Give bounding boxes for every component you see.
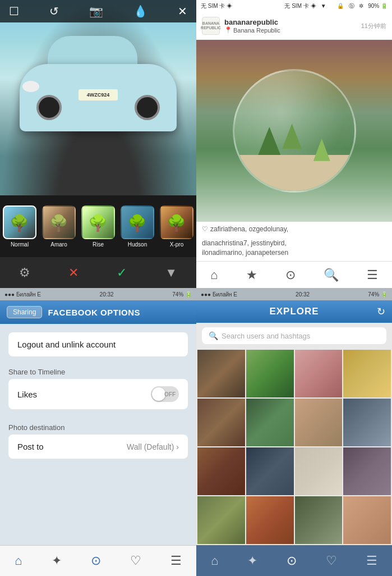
fb-nav-menu[interactable]: ☰ — [170, 554, 182, 568]
grid-item-11[interactable] — [295, 447, 343, 495]
terrarium-visual — [196, 40, 392, 222]
filter-xpro[interactable]: 🌳 X-pro — [157, 205, 196, 248]
editor-bottombar: ⚙ ✕ ✓ ▼ — [0, 257, 196, 288]
grid-item-10[interactable] — [246, 447, 294, 495]
fb-post-to-value: Wall (Default) › — [127, 442, 179, 451]
fb-post-to-row[interactable]: Post to Wall (Default) › — [8, 435, 188, 459]
search-icon: 🔍 — [209, 331, 218, 340]
heart-icon[interactable]: ♡ — [202, 225, 208, 233]
camera-icon[interactable]: 📷 — [89, 4, 103, 18]
fb-status-left: ●●● Билайн E — [4, 291, 41, 298]
fb-photo-dest-section: Photo destination Post to Wall (Default)… — [0, 418, 196, 467]
grid-item-14[interactable] — [246, 496, 294, 544]
car-wheel-right — [135, 95, 160, 120]
fb-nav-camera[interactable]: ⊙ — [91, 554, 101, 568]
close-icon[interactable]: ✕ — [178, 4, 187, 18]
grid-item-15[interactable] — [295, 496, 343, 544]
fb-nav-heart[interactable]: ♡ — [130, 554, 141, 568]
ig-nav-star[interactable]: ★ — [246, 268, 257, 282]
grid-item-9[interactable] — [197, 447, 245, 495]
photo-editor-panel: ☐ ↺ 📷 💧 ✕ 4WZC924 🌳 Normal — [0, 0, 196, 288]
filter-normal[interactable]: 🌳 Normal — [0, 205, 39, 248]
fb-nav-home[interactable]: ⌂ — [15, 554, 22, 568]
fb-share-section-label: Share to Timeline — [8, 368, 188, 376]
post-time: 11分钟前 — [361, 22, 386, 30]
explore-title: EXPLORE — [269, 306, 319, 317]
likes-toggle[interactable]: OFF — [151, 386, 179, 402]
ig-nav-search[interactable]: 🔍 — [324, 268, 339, 282]
ex-nav-heart[interactable]: ♡ — [326, 554, 337, 568]
filter-rise[interactable]: 🌳 Rise — [79, 205, 118, 248]
ex-nav-camera[interactable]: ⊙ — [287, 554, 297, 568]
search-box[interactable]: 🔍 Search users and hashtags — [202, 327, 386, 344]
glass-bowl — [233, 69, 356, 193]
filter-label-normal: Normal — [11, 241, 29, 248]
fb-logout-group: Logout and unlink account — [8, 332, 188, 356]
fb-navbar: ⌂ ✦ ⊙ ♡ ☰ — [0, 545, 196, 576]
settings-icon[interactable]: ⚙ — [19, 266, 30, 280]
grid-item-4[interactable] — [343, 350, 391, 397]
grid-item-13[interactable] — [197, 496, 245, 544]
post-username[interactable]: bananarepublic — [224, 18, 357, 26]
fb-logout-row[interactable]: Logout and unlink account — [8, 332, 188, 356]
fb-photo-dest-label: Photo destination — [8, 423, 188, 432]
dropdown-icon[interactable]: ▼ — [165, 266, 177, 280]
grid-item-2[interactable] — [246, 350, 294, 397]
ex-nav-menu[interactable]: ☰ — [366, 554, 377, 568]
fb-nav-star[interactable]: ✦ — [52, 554, 62, 568]
fb-post-group: Post to Wall (Default) › — [8, 435, 188, 459]
explore-panel: ●●● Билайн E 20:32 74% 🔋 EXPLORE ↻ 🔍 Sea… — [196, 288, 392, 576]
grid-item-6[interactable] — [246, 399, 294, 446]
refresh-icon[interactable]: ↻ — [377, 305, 385, 318]
car-background: 4WZC924 — [0, 0, 196, 195]
ex-status-time: 20:32 — [296, 291, 310, 298]
grid-item-3[interactable] — [295, 350, 343, 397]
filter-label-rise: Rise — [93, 241, 104, 248]
filter-thumb-xpro: 🌳 — [160, 205, 193, 239]
plant-3 — [313, 139, 330, 161]
fb-post-to-label: Post to — [17, 442, 44, 451]
filter-hudson[interactable]: 🌳 Hudson — [118, 205, 157, 248]
car-plate: 4WZC924 — [79, 89, 118, 100]
fb-title: FACEBOOK OPTIONS — [48, 308, 140, 317]
fb-logout-section: Logout and unlink account — [0, 324, 196, 368]
ex-nav-home[interactable]: ⌂ — [211, 554, 218, 568]
grid-item-5[interactable] — [197, 399, 245, 446]
chevron-right-icon: › — [176, 442, 179, 451]
explore-header: EXPLORE ↻ — [196, 300, 392, 323]
fb-likes-row[interactable]: Likes OFF — [8, 379, 188, 409]
ig-nav-home[interactable]: ⌂ — [210, 268, 218, 282]
car-headlight — [22, 81, 39, 92]
toggle-knob — [152, 387, 165, 401]
ex-status-left: ●●● Билайн E — [201, 291, 237, 298]
ex-status-right: 74% 🔋 — [368, 291, 388, 298]
rotate-icon[interactable]: ↺ — [49, 4, 59, 18]
confirm-button[interactable]: ✓ — [117, 266, 127, 280]
fb-sharing-section: Share to Timeline Likes OFF — [0, 368, 196, 418]
filter-amaro[interactable]: 🌳 Amaro — [39, 205, 79, 248]
filter-thumb-rise: 🌳 — [81, 205, 115, 239]
ig-nav-menu[interactable]: ☰ — [367, 268, 378, 282]
ex-nav-star[interactable]: ✦ — [247, 554, 257, 568]
search-placeholder-text: Search users and hashtags — [222, 332, 310, 340]
grid-item-7[interactable] — [295, 399, 343, 446]
grid-item-16[interactable] — [343, 496, 391, 544]
explore-search-bar[interactable]: 🔍 Search users and hashtags — [196, 323, 392, 349]
ig-nav-camera[interactable]: ⊙ — [285, 268, 296, 282]
post-header: BANANAREPUBLIC bananarepublic 📍 Banana R… — [196, 12, 392, 40]
fb-back-button[interactable]: Sharing — [7, 306, 42, 318]
square-icon[interactable]: ☐ — [9, 4, 19, 18]
grid-item-1[interactable] — [197, 350, 245, 397]
post-image — [196, 40, 392, 222]
droplet-icon[interactable]: 💧 — [133, 4, 147, 18]
grid-item-8[interactable] — [343, 399, 391, 446]
fb-options-panel: ●●● Билайн E 20:32 74% 🔋 Sharing FACEBOO… — [0, 288, 196, 576]
brand-logo: BANANAREPUBLIC — [202, 17, 220, 35]
grid-item-12[interactable] — [343, 447, 391, 495]
explore-photo-grid — [196, 349, 392, 545]
cancel-button[interactable]: ✕ — [68, 266, 79, 280]
post-likes: ♡ zafiriathena, ozgedolunay, — [196, 222, 392, 236]
fb-likes-label: Likes — [17, 390, 37, 399]
filter-thumb-hudson: 🌳 — [121, 205, 154, 239]
fb-status-right: 74% 🔋 — [172, 291, 192, 298]
